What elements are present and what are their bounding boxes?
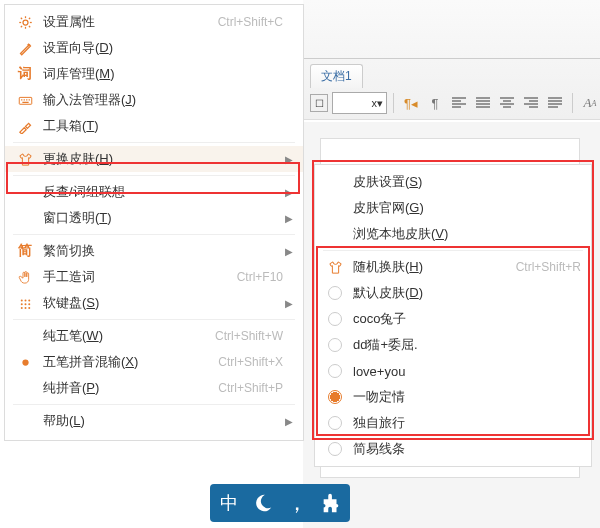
- skin-option[interactable]: coco兔子: [315, 306, 591, 332]
- font-icon[interactable]: AA: [579, 92, 600, 114]
- menu-item[interactable]: 简繁简切换▶: [5, 238, 303, 264]
- menu-item[interactable]: 输入法管理器(J): [5, 87, 303, 113]
- menu-item[interactable]: 帮助(L)▶: [5, 408, 303, 434]
- menu-item[interactable]: 手工造词Ctrl+F10: [5, 264, 303, 290]
- radio-icon: [325, 416, 345, 430]
- align-left-icon[interactable]: [448, 92, 470, 114]
- skin-option[interactable]: dd猫+委屈.: [315, 332, 591, 358]
- dots-icon: [15, 296, 35, 311]
- submenu-arrow-icon: ▶: [283, 154, 293, 165]
- ime-moon-icon[interactable]: [248, 488, 278, 518]
- menu-item-label: 词库管理(M): [35, 65, 283, 83]
- submenu-item[interactable]: 皮肤官网(G): [315, 195, 591, 221]
- menu-item[interactable]: 五笔拼音混输(X)Ctrl+Shift+X: [5, 349, 303, 375]
- submenu-item-label: 皮肤官网(G): [345, 199, 581, 217]
- menu-item[interactable]: 词词库管理(M): [5, 61, 303, 87]
- menu-separator: [323, 250, 583, 251]
- ime-puzzle-icon[interactable]: [316, 488, 346, 518]
- svg-line-8: [28, 17, 29, 18]
- svg-rect-11: [23, 99, 24, 100]
- submenu-arrow-icon: ▶: [283, 213, 293, 224]
- menu-separator: [13, 404, 295, 405]
- svg-point-21: [20, 306, 22, 308]
- submenu-item[interactable]: 皮肤设置(S): [315, 169, 591, 195]
- align-just-icon[interactable]: [544, 92, 566, 114]
- paragraph-icon[interactable]: ¶: [424, 92, 446, 114]
- menu-item[interactable]: 纯拼音(P)Ctrl+Shift+P: [5, 375, 303, 401]
- toolbar-sep: [393, 93, 394, 113]
- menu-item-label: 帮助(L): [35, 412, 283, 430]
- submenu-item-label: 浏览本地皮肤(V): [345, 225, 581, 243]
- menu-item[interactable]: 设置属性Ctrl+Shift+C: [5, 9, 303, 35]
- submenu-arrow-icon: ▶: [283, 246, 293, 257]
- radio-icon: [325, 442, 345, 456]
- skin-option-accel: Ctrl+Shift+R: [516, 260, 581, 274]
- svg-rect-12: [26, 99, 27, 100]
- menu-separator: [13, 234, 295, 235]
- toolbar-sep-2: [572, 93, 573, 113]
- document-tab[interactable]: 文档1: [310, 64, 363, 88]
- pilcrow-icon[interactable]: ¶◂: [400, 92, 422, 114]
- svg-point-20: [28, 303, 30, 305]
- jian-icon: 简: [15, 242, 35, 260]
- menu-item-label: 工具箱(T): [35, 117, 283, 135]
- hammer-icon: [15, 119, 35, 134]
- menu-item[interactable]: 工具箱(T): [5, 113, 303, 139]
- shirt-icon: [325, 260, 345, 275]
- wizard-icon: [15, 41, 35, 56]
- menu-item-label: 手工造词: [35, 268, 237, 286]
- svg-point-18: [20, 303, 22, 305]
- menu-item[interactable]: 软键盘(S)▶: [5, 290, 303, 316]
- keyboard-icon: [15, 93, 35, 108]
- menu-separator: [13, 319, 295, 320]
- menu-item[interactable]: 设置向导(D): [5, 35, 303, 61]
- menu-item[interactable]: 纯五笔(W)Ctrl+Shift+W: [5, 323, 303, 349]
- submenu-item[interactable]: 浏览本地皮肤(V): [315, 221, 591, 247]
- svg-line-7: [20, 25, 21, 26]
- svg-point-23: [28, 306, 30, 308]
- radio-icon: [325, 338, 345, 352]
- align-center-icon[interactable]: [496, 92, 518, 114]
- skin-option-label: coco兔子: [345, 310, 581, 328]
- menu-item[interactable]: 反查/词组联想▶: [5, 179, 303, 205]
- align-right-icon[interactable]: [520, 92, 542, 114]
- ime-toolbar[interactable]: 中 ，: [210, 484, 350, 522]
- menu-item-accel: Ctrl+Shift+W: [215, 329, 283, 343]
- align-dist-icon[interactable]: [472, 92, 494, 114]
- menu-item-label: 纯五笔(W): [35, 327, 215, 345]
- tab-row: 文档1: [310, 64, 363, 88]
- skin-option[interactable]: 简易线条: [315, 436, 591, 462]
- submenu-arrow-icon: ▶: [283, 298, 293, 309]
- menu-item-accel: Ctrl+F10: [237, 270, 283, 284]
- skin-option[interactable]: 随机换肤(H)Ctrl+Shift+R: [315, 254, 591, 280]
- ime-punct-icon[interactable]: ，: [282, 488, 312, 518]
- svg-point-22: [24, 306, 26, 308]
- skin-option[interactable]: love+you: [315, 358, 591, 384]
- menu-item-label: 输入法管理器(J): [35, 91, 283, 109]
- svg-point-16: [24, 299, 26, 301]
- menu-item-label: 窗口透明(T): [35, 209, 283, 227]
- svg-point-19: [24, 303, 26, 305]
- context-menu: 设置属性Ctrl+Shift+C设置向导(D)词词库管理(M)输入法管理器(J)…: [4, 4, 304, 441]
- toolbar-dropdown[interactable]: x▾: [332, 92, 387, 114]
- skin-option[interactable]: 默认皮肤(D): [315, 280, 591, 306]
- menu-item-label: 五笔拼音混输(X): [35, 353, 218, 371]
- submenu-arrow-icon: ▶: [283, 187, 293, 198]
- toolbar-box-icon[interactable]: ☐: [310, 94, 328, 112]
- menu-item-label: 纯拼音(P): [35, 379, 218, 397]
- shirt-icon: [15, 152, 35, 167]
- menu-item-label: 软键盘(S): [35, 294, 283, 312]
- menu-item-accel: Ctrl+Shift+P: [218, 381, 283, 395]
- skin-submenu: 皮肤设置(S)皮肤官网(G)浏览本地皮肤(V)随机换肤(H)Ctrl+Shift…: [314, 164, 592, 467]
- menu-item[interactable]: 更换皮肤(H)▶: [5, 146, 303, 172]
- skin-option[interactable]: 独自旅行: [315, 410, 591, 436]
- toolbar: ☐ x▾ ¶◂ ¶ AA: [310, 92, 600, 114]
- ime-lang-icon[interactable]: 中: [214, 488, 244, 518]
- svg-rect-14: [22, 101, 28, 102]
- skin-option[interactable]: 一吻定情: [315, 384, 591, 410]
- submenu-item-label: 皮肤设置(S): [345, 173, 581, 191]
- menu-item[interactable]: 窗口透明(T)▶: [5, 205, 303, 231]
- ci-icon: 词: [15, 65, 35, 83]
- menu-item-label: 设置向导(D): [35, 39, 283, 57]
- svg-point-0: [23, 20, 28, 25]
